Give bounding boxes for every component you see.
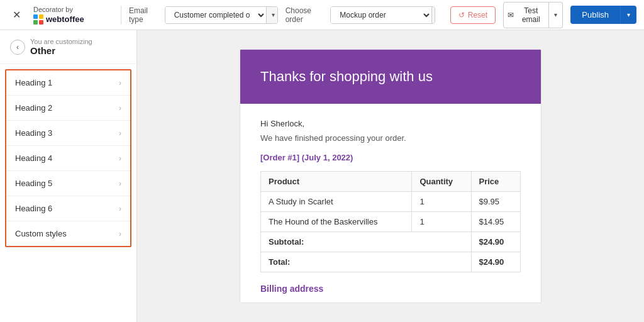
email-header: Thanks for shopping with us — [240, 50, 541, 104]
email-greeting: Hi Sherlock, — [260, 119, 521, 128]
sidebar-item-arrow-icon: › — [119, 179, 121, 188]
sidebar-item-heading6[interactable]: Heading 6 › — [6, 196, 130, 221]
test-email-button[interactable]: ✉ Test email — [503, 2, 549, 28]
email-type-select[interactable]: Customer completed or... — [165, 7, 266, 23]
col-quantity: Quantity — [412, 172, 471, 192]
test-email-arrow-button[interactable]: ▾ — [549, 2, 563, 28]
reset-button[interactable]: ↺ Reset — [450, 6, 496, 24]
choose-order-select[interactable]: Mockup order — [331, 7, 431, 23]
product-name: The Hound of the Baskervilles — [261, 212, 412, 232]
sidebar-item-arrow-icon: › — [119, 79, 121, 87]
sidebar-item-label: Heading 6 — [15, 204, 52, 213]
sidebar-back-button[interactable]: ‹ — [10, 40, 25, 55]
product-price: $14.95 — [471, 212, 520, 232]
reset-icon: ↺ — [458, 11, 465, 19]
sidebar-item-arrow-icon: › — [119, 104, 121, 113]
publish-chevron-icon: ▾ — [627, 11, 630, 18]
mail-icon: ✉ — [508, 11, 514, 19]
close-button[interactable]: ✕ — [8, 6, 26, 23]
brand-title: Decorator by — [33, 6, 73, 13]
publish-button[interactable]: Publish — [570, 6, 620, 24]
sidebar-item-arrow-icon: › — [119, 204, 121, 213]
test-email-chevron-icon: ▾ — [554, 11, 557, 18]
brand: Decorator by webtoffee — [33, 6, 121, 25]
subtotal-label: Subtotal: — [261, 232, 472, 252]
test-email-label: Test email — [517, 6, 545, 24]
topbar: ✕ Decorator by webtoffee Email type Cust… — [0, 0, 644, 30]
col-product: Product — [261, 172, 412, 192]
reset-label: Reset — [468, 11, 487, 19]
email-type-chevron-icon[interactable]: ▾ — [266, 7, 278, 23]
order-table: Product Quantity Price A Study in Scarle… — [260, 171, 521, 272]
subtotal-row: Subtotal: $24.90 — [261, 232, 521, 252]
sidebar-item-heading5[interactable]: Heading 5 › — [6, 171, 130, 196]
publish-group: Publish ▾ — [570, 6, 636, 24]
sidebar-item-arrow-icon: › — [119, 154, 121, 163]
main-layout: ‹ You are customizing Other Heading 1 › … — [0, 30, 644, 322]
sidebar-item-label: Heading 5 — [15, 179, 52, 188]
choose-order-label: Choose order — [286, 6, 327, 24]
publish-arrow-button[interactable]: ▾ — [620, 6, 636, 24]
brand-logo: webtoffee — [33, 14, 84, 25]
content-area: Thanks for shopping with us Hi Sherlock,… — [137, 30, 644, 322]
sidebar-menu: Heading 1 › Heading 2 › Heading 3 › Head… — [5, 69, 131, 247]
sidebar-item-heading1[interactable]: Heading 1 › — [6, 70, 130, 96]
brand-name: webtoffee — [46, 14, 84, 24]
sidebar-item-label: Heading 1 — [15, 78, 52, 87]
total-row: Total: $24.90 — [261, 252, 521, 272]
email-type-label: Email type — [129, 6, 161, 24]
email-header-title: Thanks for shopping with us — [260, 69, 433, 84]
brand-sq-red — [39, 20, 43, 25]
sidebar-item-arrow-icon: › — [119, 230, 121, 238]
email-type-field: Email type Customer completed or... ▾ — [129, 6, 278, 24]
brand-squares-icon — [33, 14, 43, 25]
sidebar-item-label: Heading 3 — [15, 128, 52, 138]
email-type-select-group: Customer completed or... ▾ — [165, 6, 278, 24]
choose-order-field: Choose order Mockup order ▾ — [286, 6, 435, 24]
sidebar: ‹ You are customizing Other Heading 1 › … — [0, 30, 137, 322]
product-name: A Study in Scarlet — [261, 192, 412, 212]
subtotal-value: $24.90 — [471, 232, 520, 252]
sidebar-item-heading4[interactable]: Heading 4 › — [6, 146, 130, 171]
product-quantity: 1 — [412, 212, 471, 232]
sidebar-item-custom-styles[interactable]: Custom styles › — [6, 221, 130, 246]
chevron-left-icon: ‹ — [16, 43, 19, 52]
choose-order-select-group: Mockup order ▾ — [330, 6, 435, 24]
brand-sq-blue — [33, 14, 38, 19]
sidebar-header: ‹ You are customizing Other — [0, 30, 136, 64]
billing-heading: Billing address — [260, 284, 521, 294]
brand-sq-green — [33, 20, 38, 25]
sidebar-title: Other — [30, 45, 92, 56]
email-body: Hi Sherlock, We have finished processing… — [240, 104, 541, 303]
total-value: $24.90 — [471, 252, 520, 272]
email-intro: We have finished processing your order. — [260, 133, 521, 143]
brand-sq-yellow — [39, 14, 43, 19]
table-header-row: Product Quantity Price — [261, 172, 521, 192]
total-label: Total: — [261, 252, 472, 272]
sidebar-item-label: Custom styles — [15, 229, 67, 238]
sidebar-header-text: You are customizing Other — [30, 38, 92, 56]
product-price: $9.95 — [471, 192, 520, 212]
table-row: A Study in Scarlet 1 $9.95 — [261, 192, 521, 212]
sidebar-item-label: Heading 2 — [15, 103, 52, 113]
test-email-group: ✉ Test email ▾ — [503, 2, 563, 28]
email-preview: Thanks for shopping with us Hi Sherlock,… — [240, 49, 541, 303]
choose-order-chevron-icon[interactable]: ▾ — [431, 7, 435, 23]
email-order-link[interactable]: [Order #1] (July 1, 2022) — [260, 153, 521, 162]
sidebar-item-heading3[interactable]: Heading 3 › — [6, 121, 130, 146]
col-price: Price — [471, 172, 520, 192]
sidebar-item-arrow-icon: › — [119, 129, 121, 138]
product-quantity: 1 — [412, 192, 471, 212]
table-row: The Hound of the Baskervilles 1 $14.95 — [261, 212, 521, 232]
sidebar-item-heading2[interactable]: Heading 2 › — [6, 96, 130, 121]
sidebar-item-label: Heading 4 — [15, 153, 52, 163]
sidebar-subtitle: You are customizing — [30, 38, 92, 45]
